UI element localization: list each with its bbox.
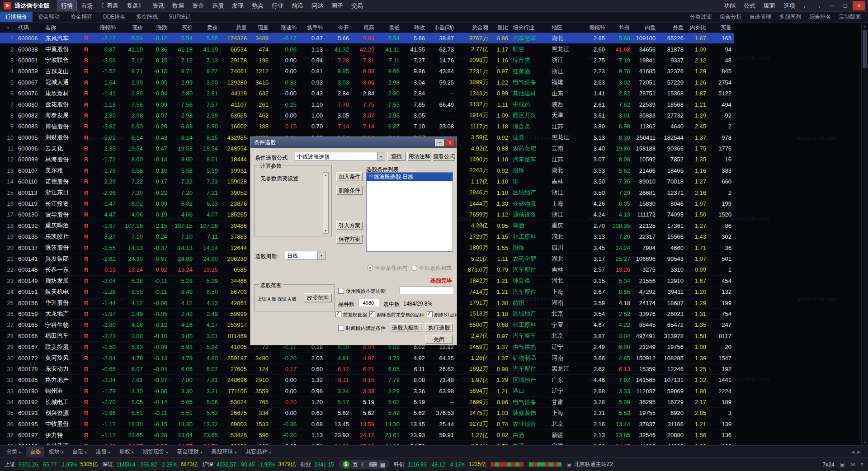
table-row[interactable]: 6600076康欣新材R-1.412.80-0.042.802.81441196… [0, 88, 734, 99]
menu-item-〖看盘[interactable]: 〖看盘 [97, 0, 123, 11]
maximize-button[interactable]: □ [839, 1, 852, 10]
scroll-down-icon[interactable]: ▼ [324, 228, 327, 233]
combo-arrow-icon[interactable]: ▼ [377, 152, 385, 160]
dialog-minimize-button[interactable]: ─ [435, 139, 444, 146]
bottom-tab-分类[interactable]: 分类▲ [3, 447, 25, 457]
column-header-high[interactable]: 最高 [352, 23, 377, 33]
add-condition-button[interactable]: 加入条件 [336, 172, 363, 181]
table-row[interactable]: 31600178东安动力R-0.656.07-0.046.066.0727605… [0, 363, 734, 374]
table-row[interactable]: 8600082海泰发展R-2.302.98-0.072.982.99635654… [0, 110, 734, 121]
bottom-tab-板块[interactable]: 板块▲ [45, 447, 68, 457]
column-header-amp[interactable]: 振幅% [579, 23, 608, 33]
bottom-tab-期权[interactable]: 期权▲ [116, 447, 138, 457]
tabs-scroll-left-icon[interactable]: ◀ [851, 449, 855, 454]
table-row[interactable]: 7600080金花股份R-1.187.56-0.097.567.57411072… [0, 99, 734, 110]
forward-adjust-checkbox[interactable]: 前复权数据 [335, 311, 367, 318]
bottom-tab-期货现货[interactable]: 期货现货▲ [139, 447, 173, 457]
remove-st-checkbox[interactable]: 剔除ST品种 [427, 311, 459, 318]
radio-conditions-and[interactable]: 全部条件相与 [367, 264, 407, 272]
menu-item-选股[interactable]: 选股 [208, 0, 228, 11]
menu-item-选项[interactable]: 选项 [779, 0, 799, 11]
table-row[interactable]: 30600172黄河旋风R-2.644.79-0.134.794.8025919… [0, 353, 734, 363]
column-header-vol[interactable]: 总量 [221, 23, 250, 33]
params-scrollbar[interactable]: ▲ ▼ [323, 172, 329, 234]
dialog-title-bar[interactable]: 条件选股 ─ × [250, 137, 457, 148]
table-row[interactable]: 36600195中牧股份R-1.1213.30-0.1513.3013.3269… [0, 419, 734, 429]
menu-item-行情[interactable]: 行情 [57, 0, 77, 11]
menu-item-发现[interactable]: 发现 [228, 0, 248, 11]
formula-combobox[interactable]: 中线波段选股 ▼ [295, 152, 385, 161]
toolbar-link-自选管理[interactable]: 自选管理 [750, 13, 771, 21]
bottom-tab-自定[interactable]: 自定▲ [69, 447, 91, 457]
column-header-industry[interactable]: 细分行业 [511, 23, 550, 33]
column-header-price[interactable]: 现价 [118, 23, 146, 33]
forward-icon[interactable]: → [812, 2, 825, 9]
combo-arrow-icon[interactable]: ▼ [317, 251, 325, 259]
select-to-block-button[interactable]: 选股入板块 [389, 323, 422, 332]
column-header-volratio[interactable]: 量比 [491, 23, 511, 33]
table-row[interactable]: 34600192长城电工R-2.705.05-0.145.055.0653024… [0, 396, 734, 407]
usage-note-button[interactable]: 用法注释 [407, 152, 431, 161]
scroll-down-icon[interactable]: ▼ [862, 439, 868, 445]
timerange-checkbox[interactable]: 时间段内满足条件 [338, 325, 386, 332]
sogou-input-icon[interactable]: S [343, 461, 349, 468]
period-combobox[interactable]: 日线 ▼ [285, 251, 326, 260]
column-header-cur[interactable]: 现量 [250, 23, 271, 33]
toolbar-link-定制版面[interactable]: 定制版面 [839, 13, 861, 21]
ime-more-icon[interactable]: ▦ [380, 462, 385, 468]
bottom-tab-其它品种[interactable]: 其它品种▲ [242, 447, 275, 457]
table-row[interactable]: 5600067冠城大通R-1.642.99-0.052.993.00129280… [0, 77, 734, 88]
scrollbar-thumb[interactable] [863, 30, 867, 68]
column-header-code[interactable]: 代码 [16, 23, 43, 33]
toolbar-tab-资金博弈[interactable]: 资金博弈 [65, 12, 98, 22]
scroll-up-icon[interactable]: ▲ [862, 23, 868, 29]
bottom-tab-自选[interactable]: 自选 [26, 447, 44, 457]
table-row[interactable]: 35600193创兴资源R-1.965.51-0.115.515.5226675… [0, 408, 734, 419]
column-header-avg[interactable]: 均价 [608, 23, 633, 33]
menu-item-问达[interactable]: 问达 [307, 0, 327, 11]
close-button[interactable]: × [853, 1, 865, 10]
condition-listbox[interactable]: 中线波段选股 日线 [366, 172, 453, 252]
column-header-sell[interactable]: 卖价 [195, 23, 221, 33]
toolbar-link-分类过滤[interactable]: 分类过滤 [690, 13, 712, 21]
column-header-ratio[interactable]: 内外比 [686, 23, 709, 33]
tabs-scroll-right-icon[interactable]: ▶ [857, 449, 861, 454]
column-header-chg[interactable]: 涨跌 [146, 23, 170, 33]
menu-item-交易[interactable]: 交易 [347, 0, 367, 11]
dialog-close-icon[interactable]: × [446, 139, 455, 146]
toolbar-tab-多空阵线[interactable]: 多空阵线 [131, 12, 163, 22]
table-row[interactable]: 9600083博信股份R-2.826.90-0.206.896.90160021… [0, 121, 734, 132]
menu-item-数据[interactable]: 数据 [168, 0, 188, 11]
remove-condition-button[interactable]: 删除条件 [336, 186, 363, 195]
toolbar-link-多股同列[interactable]: 多股同列 [779, 13, 801, 21]
table-row[interactable]: 4600059古越龙山R-1.529.71-0.159.719.72740611… [0, 66, 734, 77]
bottom-tab-美股环球[interactable]: 美股环球▲ [208, 447, 241, 457]
close-dialog-button[interactable]: 关闭 [425, 335, 453, 344]
import-plan-button[interactable]: 引入方案 [336, 221, 363, 230]
menu-item-复盘〗[interactable]: 复盘〗 [123, 0, 148, 11]
column-header-amount[interactable]: 总金额 [457, 23, 491, 33]
wubi-mode-icon[interactable]: 五 [353, 461, 358, 468]
count-value-input[interactable]: 4980 [358, 299, 379, 306]
toolbar-tab-行情报价[interactable]: 行情报价 [0, 12, 33, 22]
remove-untraded-checkbox[interactable]: 剔除当前未交易的品种 [369, 311, 425, 318]
column-header-r[interactable] [82, 23, 92, 33]
table-row[interactable]: 37600197伊力特R-1.1723.65-0.2823.6423.65534… [0, 430, 734, 441]
column-header-turn[interactable]: 换手% [299, 23, 326, 33]
table-row[interactable]: 3600051宁波联合R-2.067.12-0.157.127.13291781… [0, 55, 734, 66]
vertical-scrollbar[interactable]: ▲ ▼ [861, 23, 868, 445]
view-formula-button[interactable]: 查看公式 [433, 152, 455, 161]
column-header-pct[interactable]: 涨幅% [92, 23, 118, 33]
column-header-low[interactable]: 最低 [377, 23, 402, 33]
menu-item-资金[interactable]: 资金 [188, 0, 208, 11]
menu-item-公式[interactable]: 公式 [740, 0, 760, 11]
minimize-button[interactable]: ─ [826, 1, 838, 10]
mail-icon[interactable]: ✉ [850, 462, 855, 468]
save-plan-button[interactable]: 保存方案 [336, 235, 363, 244]
menu-icon[interactable]: ≡ [860, 462, 863, 468]
menu-item-功能[interactable]: 功能 [720, 0, 740, 11]
bottom-tab-基金理财[interactable]: 基金理财▲ [174, 447, 207, 457]
table-row[interactable]: 38600199金种子酒R0.2024.770.0524.7724.788603… [0, 441, 734, 445]
column-header-open[interactable]: 今开 [326, 23, 352, 33]
back-icon[interactable]: ← [799, 2, 812, 9]
